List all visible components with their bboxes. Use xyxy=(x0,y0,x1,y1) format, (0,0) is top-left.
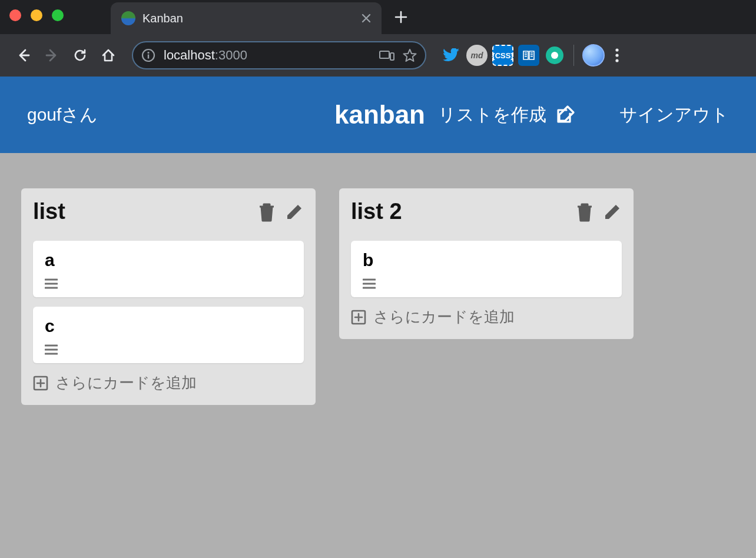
svg-point-6 xyxy=(615,54,618,57)
close-icon xyxy=(362,14,371,23)
app-header: goufさん kanban リストを作成 サインアウト xyxy=(0,77,756,153)
kanban-card[interactable]: c xyxy=(33,307,304,363)
profile-avatar[interactable] xyxy=(582,44,605,67)
window-close-button[interactable] xyxy=(9,9,21,21)
brand-logo[interactable]: kanban xyxy=(334,100,425,129)
user-label: goufさん xyxy=(27,103,98,127)
card-menu-button[interactable] xyxy=(45,344,292,355)
extension-eye-icon[interactable] xyxy=(544,45,565,66)
card-title: b xyxy=(363,250,610,270)
add-card-label: さらにカードを追加 xyxy=(55,373,197,393)
kanban-card[interactable]: a xyxy=(33,241,304,297)
add-card-button[interactable]: さらにカードを追加 xyxy=(351,307,622,327)
menu-icon xyxy=(45,344,58,355)
add-card-label: さらにカードを追加 xyxy=(373,307,515,327)
kanban-list: list a c さらにカードを追加 xyxy=(21,188,316,405)
trash-icon xyxy=(576,202,593,222)
browser-menu-button[interactable] xyxy=(615,48,636,62)
browser-tab[interactable]: Kanban xyxy=(111,2,382,34)
window-controls xyxy=(9,9,64,21)
vertical-dots-icon xyxy=(615,48,619,62)
svg-rect-4 xyxy=(390,53,394,60)
create-list-label: リストを作成 xyxy=(438,103,546,127)
window-maximize-button[interactable] xyxy=(52,9,64,21)
plus-box-icon xyxy=(351,310,366,325)
arrow-left-icon xyxy=(16,48,31,63)
arrow-right-icon xyxy=(44,48,59,63)
tab-favicon-icon xyxy=(121,11,135,25)
card-menu-button[interactable] xyxy=(363,278,610,289)
tab-title: Kanban xyxy=(142,12,352,25)
new-tab-button[interactable] xyxy=(394,11,407,24)
extension-md-icon[interactable]: md xyxy=(466,45,488,66)
extension-book-icon[interactable] xyxy=(518,45,539,66)
svg-point-5 xyxy=(615,48,618,51)
plus-box-icon xyxy=(33,376,48,391)
edit-list-button[interactable] xyxy=(285,202,304,221)
forward-button[interactable] xyxy=(39,42,65,68)
signout-link[interactable]: サインアウト xyxy=(619,103,729,127)
extension-css-icon[interactable]: {CSS} xyxy=(492,45,513,66)
svg-point-7 xyxy=(615,59,618,62)
browser-toolbar: localhost:3000 md {CSS} xyxy=(0,34,756,77)
delete-list-button[interactable] xyxy=(258,202,276,222)
address-bar[interactable]: localhost:3000 xyxy=(132,41,426,69)
list-title: list xyxy=(33,199,248,224)
devices-icon[interactable] xyxy=(379,49,394,61)
list-header: list xyxy=(33,199,304,224)
menu-icon xyxy=(363,278,376,289)
extensions-row: md {CSS} xyxy=(440,44,636,67)
reload-button[interactable] xyxy=(67,42,93,68)
back-button[interactable] xyxy=(11,42,37,68)
bookmark-star-icon[interactable] xyxy=(403,48,417,62)
site-info-icon[interactable] xyxy=(141,48,155,62)
url-host: localhost:3000 xyxy=(164,48,247,63)
pencil-icon xyxy=(285,202,304,221)
kanban-board: list a c さらにカードを追加 list 2 xyxy=(0,153,756,440)
create-list-button[interactable]: リストを作成 xyxy=(438,103,576,127)
svg-point-1 xyxy=(147,52,149,54)
reload-icon xyxy=(72,48,88,63)
tab-strip: Kanban xyxy=(0,0,756,34)
add-card-button[interactable]: さらにカードを追加 xyxy=(33,373,304,393)
delete-list-button[interactable] xyxy=(576,202,593,222)
card-title: a xyxy=(45,250,292,270)
kanban-list: list 2 b さらにカードを追加 xyxy=(339,188,634,339)
card-menu-button[interactable] xyxy=(45,278,292,289)
home-button[interactable] xyxy=(95,42,121,68)
extension-twitter-icon[interactable] xyxy=(440,45,462,66)
list-header: list 2 xyxy=(351,199,622,224)
svg-rect-3 xyxy=(380,51,389,58)
plus-icon xyxy=(394,11,407,24)
trash-icon xyxy=(258,202,276,222)
edit-icon xyxy=(555,104,576,125)
list-title: list 2 xyxy=(351,199,566,224)
browser-chrome: Kanban localhost:3000 xyxy=(0,0,756,77)
toolbar-separator xyxy=(573,45,574,66)
card-title: c xyxy=(45,316,292,336)
svg-rect-2 xyxy=(148,55,149,59)
edit-list-button[interactable] xyxy=(603,202,622,221)
home-icon xyxy=(101,48,116,63)
menu-icon xyxy=(45,278,58,289)
pencil-icon xyxy=(603,202,622,221)
window-minimize-button[interactable] xyxy=(31,9,42,21)
kanban-card[interactable]: b xyxy=(351,241,622,297)
tab-close-button[interactable] xyxy=(359,11,373,25)
